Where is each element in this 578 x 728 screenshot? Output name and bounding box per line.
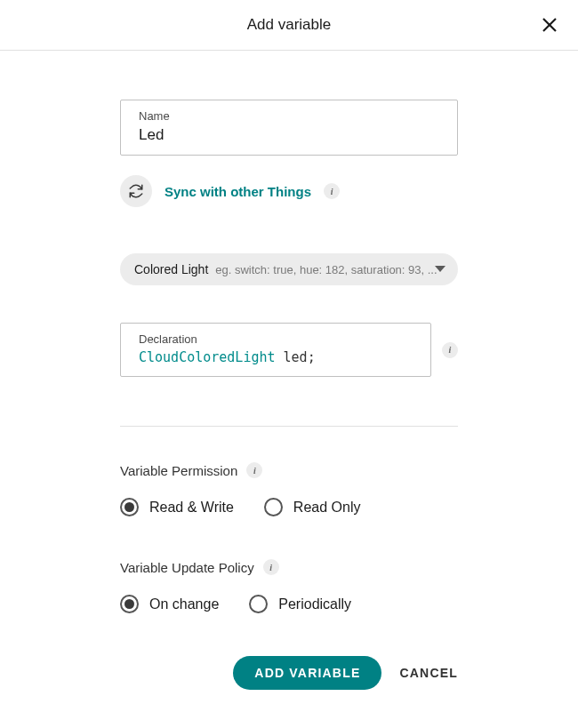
button-row: ADD VARIABLE CANCEL xyxy=(120,656,458,690)
radio-icon xyxy=(249,595,268,613)
sync-row: Sync with other Things i xyxy=(120,175,458,207)
close-icon xyxy=(542,17,558,33)
declaration-wrapper: Declaration CloudColoredLight led; i xyxy=(120,323,458,377)
info-icon[interactable]: i xyxy=(263,559,279,575)
radio-label: On change xyxy=(149,596,219,612)
update-policy-label: Variable Update Policy xyxy=(120,560,254,575)
permission-option-rw[interactable]: Read & Write xyxy=(120,498,234,516)
radio-icon xyxy=(120,595,139,613)
dialog-body: Name Sync with other Things i Colored Li… xyxy=(0,51,578,716)
update-policy-radio-row: On change Periodically xyxy=(120,595,458,613)
radio-label: Read & Write xyxy=(149,500,234,516)
divider xyxy=(120,426,458,427)
update-option-onchange[interactable]: On change xyxy=(120,595,219,613)
radio-icon xyxy=(264,498,283,516)
info-icon[interactable]: i xyxy=(442,342,458,358)
permission-radio-row: Read & Write Read Only xyxy=(120,498,458,516)
chevron-down-icon xyxy=(435,266,446,273)
name-input[interactable] xyxy=(139,126,439,144)
radio-label: Periodically xyxy=(278,596,351,612)
add-variable-button[interactable]: ADD VARIABLE xyxy=(233,656,381,690)
radio-icon xyxy=(120,498,139,516)
type-hint: eg. switch: true, hue: 182, saturation: … xyxy=(215,263,444,276)
radio-label: Read Only xyxy=(293,500,361,516)
cancel-button[interactable]: CANCEL xyxy=(399,666,458,680)
dialog-header: Add variable xyxy=(0,0,578,51)
sync-link[interactable]: Sync with other Things xyxy=(165,184,311,199)
name-field-group[interactable]: Name xyxy=(120,100,458,156)
permission-option-ro[interactable]: Read Only xyxy=(264,498,361,516)
permission-label-row: Variable Permission i xyxy=(120,462,458,478)
permission-label: Variable Permission xyxy=(120,463,237,478)
sync-icon xyxy=(128,183,144,199)
type-selected-name: Colored Light xyxy=(134,262,208,276)
declaration-var-token: led; xyxy=(276,349,316,365)
info-icon[interactable]: i xyxy=(246,462,262,478)
type-select[interactable]: Colored Light eg. switch: true, hue: 182… xyxy=(120,253,458,285)
name-label: Name xyxy=(139,109,439,123)
dialog-title: Add variable xyxy=(247,16,332,34)
update-option-periodic[interactable]: Periodically xyxy=(249,595,351,613)
declaration-code: CloudColoredLight led; xyxy=(139,349,413,365)
declaration-type-token: CloudColoredLight xyxy=(139,349,276,365)
close-button[interactable] xyxy=(537,12,562,37)
sync-icon-button[interactable] xyxy=(120,175,152,207)
declaration-group: Declaration CloudColoredLight led; xyxy=(120,323,431,377)
svg-marker-2 xyxy=(435,266,446,272)
declaration-label: Declaration xyxy=(139,332,413,346)
info-icon[interactable]: i xyxy=(324,183,340,199)
update-policy-label-row: Variable Update Policy i xyxy=(120,559,458,575)
